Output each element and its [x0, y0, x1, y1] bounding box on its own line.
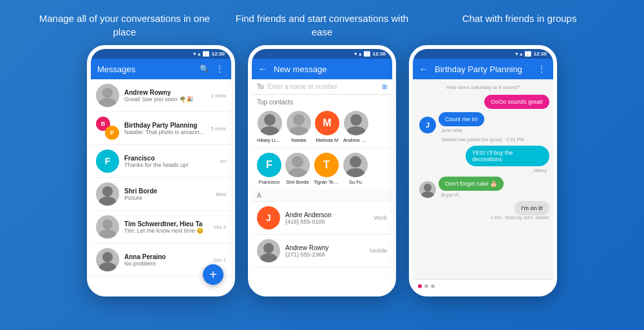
msg-preview: Natalie: That photo is amazing, Jake! — [124, 129, 205, 135]
chat-bottom-bar — [413, 279, 553, 293]
svg-point-11 — [290, 126, 308, 135]
svg-point-2 — [102, 186, 113, 197]
msg-preview: No problem! — [124, 260, 209, 267]
chat-bubble: I'm on it! — [515, 201, 549, 215]
svg-point-13 — [347, 126, 365, 135]
dots-indicator — [418, 282, 435, 290]
status-bar-3: ▼▲ ▉▉ 12:30 — [413, 49, 553, 59]
phone-3: ▼▲ ▉▉ 12:30 ← Birthday Party Planning ⋮ … — [409, 45, 557, 296]
msg-text-col: Shri Borde Picture — [124, 188, 211, 201]
svg-point-4 — [102, 219, 113, 229]
messages-list: Andrew Rowny Great! See you soon 🌴🎉 2 mi… — [91, 79, 231, 293]
bubble-sender: John Mills — [439, 128, 484, 133]
avatar — [96, 248, 119, 271]
list-item[interactable]: Andrew Rowny Great! See you soon 🌴🎉 2 mi… — [91, 79, 231, 112]
svg-point-8 — [264, 114, 276, 126]
compose-fab[interactable]: + — [203, 264, 223, 285]
app-bar-1: Messages 🔍 ⋮ — [91, 59, 231, 79]
svg-point-0 — [102, 88, 113, 98]
avatar: J — [419, 117, 436, 133]
bubble-row: Don't forget cake 🎂 Bryan R — [417, 177, 549, 198]
new-message-title: New message — [274, 64, 327, 74]
feature-1-text: Manage all of your conversations in one … — [34, 12, 214, 39]
contact-list-name: Andrew Rowny — [285, 244, 365, 251]
msg-name: Shri Borde — [124, 188, 211, 195]
svg-point-21 — [421, 191, 434, 198]
svg-point-3 — [99, 197, 116, 206]
contact-item[interactable]: Andrew Ro... — [343, 111, 369, 143]
alpha-header: A — [252, 190, 392, 202]
avatar-group: B P — [96, 117, 119, 140]
feature-3-text: Chat with friends in groups — [430, 12, 610, 39]
contact-item[interactable]: Shri Borde — [285, 153, 310, 185]
msg-name: Tim Schwerdtner, Hieu Ta — [124, 220, 209, 228]
svg-point-15 — [289, 168, 307, 177]
chat-bubble: YES! I'll buy the decorations — [466, 146, 549, 166]
avatar — [96, 182, 119, 206]
bubble-sender: Bryan R — [439, 192, 504, 198]
phone-2: ▼▲ ▉▉ 12:30 ← New message To Enter a nam… — [248, 45, 396, 296]
status-icons-1: ▼▲ ▉▉ — [193, 52, 209, 57]
contact-list-item[interactable]: Andrew Rowny (271) 555-2368 Mobile — [252, 235, 392, 267]
feature-2-text: Find friends and start conversations wit… — [232, 12, 412, 39]
list-item[interactable]: F Francisco Thanks for the heads up! Fri — [91, 145, 231, 178]
avatar — [343, 153, 368, 177]
back-icon-3[interactable]: ← — [419, 64, 428, 74]
svg-point-14 — [292, 156, 303, 168]
bubble-sender: Hillary — [531, 168, 549, 173]
msg-preview: Picture — [124, 195, 211, 201]
msg-preview: Great! See you soon 🌴🎉 — [124, 96, 205, 102]
msg-text-col: Andrew Rowny Great! See you soon 🌴🎉 — [124, 89, 205, 102]
app-bar-3: ← Birthday Party Planning ⋮ — [413, 59, 553, 79]
phone-1: ▼▲ ▉▉ 12:30 Messages 🔍 ⋮ Andrew Rowny Gr… — [87, 45, 235, 296]
more-icon-3[interactable]: ⋮ — [536, 64, 547, 74]
contact-item[interactable]: Hillary Lind... — [257, 111, 283, 143]
to-input[interactable]: Enter a name or number — [268, 83, 378, 90]
list-item[interactable]: B P Birthday Party Planning Natalie: Tha… — [91, 112, 231, 145]
msg-time: Oct 1 — [214, 257, 226, 263]
contact-item[interactable]: Su Fu — [343, 153, 368, 185]
contact-name: Hillary Lind... — [257, 137, 283, 143]
msg-name: Francisco — [124, 155, 215, 162]
contact-item[interactable]: F Francisco — [257, 153, 281, 185]
more-icon[interactable]: ⋮ — [214, 64, 225, 74]
search-icon[interactable]: 🔍 — [199, 64, 209, 74]
svg-point-5 — [99, 229, 116, 238]
msg-text-col: Anna Peraino No problem! — [124, 253, 209, 267]
msg-time: 2 mins — [211, 93, 226, 99]
svg-point-7 — [99, 262, 116, 271]
contact-list-item[interactable]: J Andre Anderson (416) 555-0100 Work — [252, 202, 392, 235]
dot — [424, 284, 428, 288]
svg-point-6 — [102, 252, 113, 262]
back-icon[interactable]: ← — [258, 64, 267, 74]
keypad-icon[interactable]: ⊞ — [382, 83, 387, 90]
chat-bubble: Count me in! — [439, 112, 484, 126]
msg-text-col: Francisco Thanks for the heads up! — [124, 155, 215, 168]
msg-preview: Tim: Let me know next time 😊 — [124, 228, 209, 234]
avatar — [287, 111, 311, 135]
avatar — [344, 111, 368, 135]
contact-name: Natalie — [291, 137, 306, 143]
avatar: T — [314, 153, 339, 177]
msg-time: Oct 2 — [214, 224, 226, 230]
contact-list-type: Work — [374, 215, 387, 221]
contact-item[interactable]: M Melinda M — [315, 111, 339, 143]
avatar: J — [257, 206, 280, 229]
status-bar-2: ▼▲ ▉▉ 12:30 — [252, 49, 392, 59]
contact-item[interactable]: T Tigran Tert... — [314, 153, 339, 185]
new-message-content: To Enter a name or number ⊞ Top contacts… — [252, 79, 392, 293]
status-icons-2: ▼▲ ▉▉ — [354, 52, 370, 57]
contact-list-num: (416) 555-0100 — [285, 218, 368, 225]
time-3: 12:30 — [534, 51, 547, 57]
app-bar-icons-1: 🔍 ⋮ — [199, 64, 225, 74]
list-item[interactable]: Shri Borde Picture Wed — [91, 178, 231, 211]
svg-point-1 — [99, 98, 116, 107]
avatar — [258, 111, 282, 135]
avatar: F — [257, 153, 281, 177]
list-item[interactable]: Tim Schwerdtner, Hieu Ta Tim: Let me kno… — [91, 211, 231, 244]
chat-title: Birthday Party Planning — [435, 64, 522, 74]
bubble-row: J Count me in! John Mills — [417, 112, 549, 133]
top-contacts-row-1: Hillary Lind... Natalie M Melinda M — [252, 108, 392, 148]
contact-item[interactable]: Natalie — [287, 111, 311, 143]
chat-system-msg: Natalie has joined the group · 2:31 PM — [417, 137, 549, 142]
